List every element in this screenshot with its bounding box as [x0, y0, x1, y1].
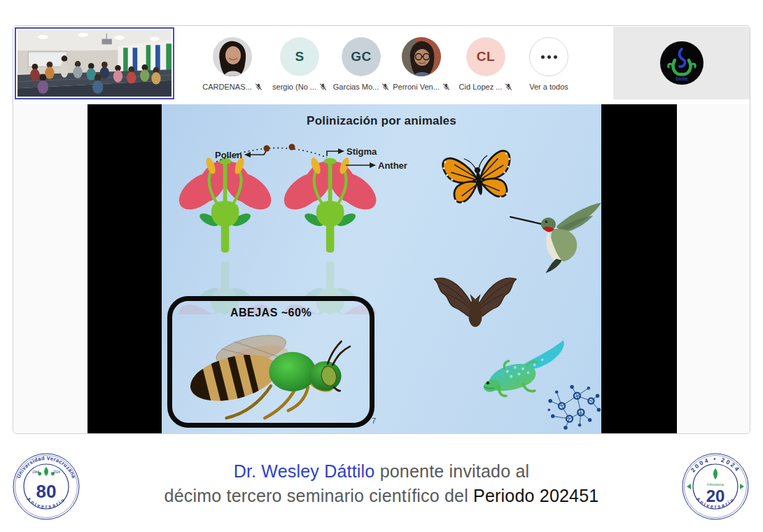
participant-name: Perroni Ven...: [393, 83, 440, 91]
pollen-label: Pollen: [215, 150, 242, 160]
green-sweat-bee-image: [175, 319, 367, 424]
classroom-video-image: [18, 30, 172, 97]
page: CARDENAS... S sergio (No ...: [0, 0, 763, 532]
bees-highlight-box: ABEJAS ~60%: [167, 296, 374, 428]
universidad-veracruzana-80-seal: Universidad Veracruzana Aniversario 80 1…: [11, 451, 81, 522]
seal-number: 20: [706, 486, 725, 505]
mic-muted-icon: [382, 83, 389, 91]
participant-tile-sergio[interactable]: S sergio (No ...: [267, 37, 332, 91]
participant-tile-garcias[interactable]: GC Garcias Mo...: [329, 37, 393, 91]
avatar-photo: [402, 37, 441, 76]
classroom-video-thumbnail[interactable]: [15, 27, 174, 99]
mic-muted-icon: [505, 83, 512, 91]
ellipsis-icon: [529, 37, 568, 76]
mic-muted-icon: [255, 83, 262, 91]
avatar-initials: CL: [466, 37, 505, 76]
slide-title: Polinización por animales: [162, 114, 601, 128]
avatar-initials: S: [280, 37, 319, 76]
seal-year-right: 2024: [53, 470, 61, 474]
participant-name: Cid Lopez ...: [459, 83, 503, 91]
inbioteca-avatar-text: biote: [676, 76, 688, 82]
speaker-name: Dr. Wesley Dáttilo: [234, 461, 375, 481]
stigma-label: Stigma: [346, 146, 377, 157]
see-all-label: Ver a todos: [529, 83, 568, 91]
participant-tile-inbioteca-logo[interactable]: biote: [613, 27, 750, 99]
participant-tile-cardenas[interactable]: CARDENAS...: [200, 37, 265, 91]
anther-label: Anther: [378, 160, 407, 171]
monarch-butterfly-image: [442, 141, 515, 214]
caption-line-2: décimo tercero seminario científico del …: [0, 484, 763, 508]
mic-muted-icon: [319, 83, 327, 91]
participant-tile-cid-lopez[interactable]: CL Cid Lopez ...: [454, 37, 518, 91]
molecule-network-decoration: [544, 382, 601, 430]
caption-line-1: Dr. Wesley Dáttilo ponente invitado al: [0, 459, 763, 484]
screen-share-stage: Polinización por animales: [13, 104, 750, 434]
bees-percentage-label: ABEJAS ~60%: [172, 307, 370, 319]
hummingbird-image: [509, 194, 604, 275]
presentation-slide: Polinización por animales: [162, 104, 601, 434]
participant-name: Garcias Mo...: [333, 83, 379, 91]
avatar-photo: [213, 37, 252, 76]
period-label: Periodo 202451: [473, 486, 598, 505]
slide-page-number: 7: [372, 416, 376, 425]
participant-name: CARDENAS...: [202, 83, 251, 91]
see-all-participants-button[interactable]: Ver a todos: [517, 37, 581, 91]
inbioteca-avatar-icon: biote: [659, 41, 704, 85]
pollination-flowers-diagram: Pollen Stigma Anther: [162, 132, 442, 314]
mic-muted-icon: [442, 83, 450, 91]
inbioteca-20-seal: 2004 • 2024 Aniversario Inbioteca 20: [680, 451, 750, 522]
avatar-initials: GC: [342, 37, 381, 76]
event-caption: Dr. Wesley Dáttilo ponente invitado al d…: [0, 459, 763, 508]
meeting-app-window: CARDENAS... S sergio (No ...: [13, 25, 750, 434]
participant-tile-perroni[interactable]: Perroni Ven...: [389, 37, 454, 91]
seal-number: 80: [36, 481, 57, 502]
seal-year-left: 1944: [32, 470, 40, 474]
participant-name: sergio (No ...: [272, 83, 316, 91]
